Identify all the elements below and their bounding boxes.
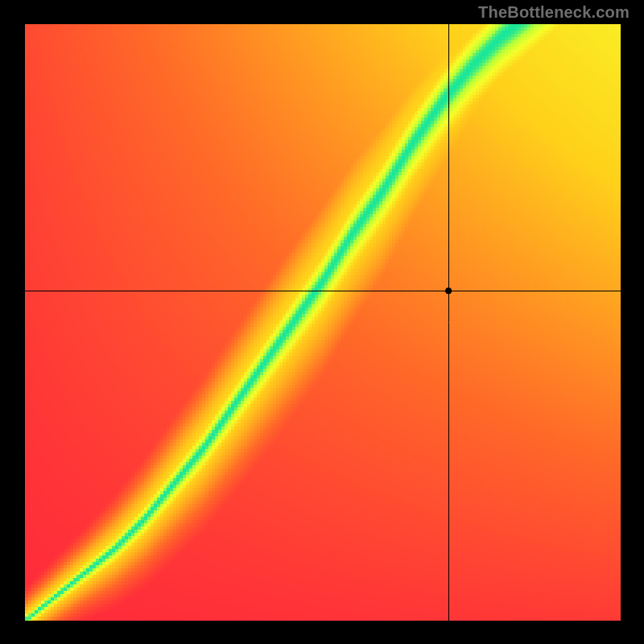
watermark-text: TheBottleneck.com [478,3,630,22]
chart-container: TheBottleneck.com [0,0,644,644]
bottleneck-heatmap [25,24,621,621]
